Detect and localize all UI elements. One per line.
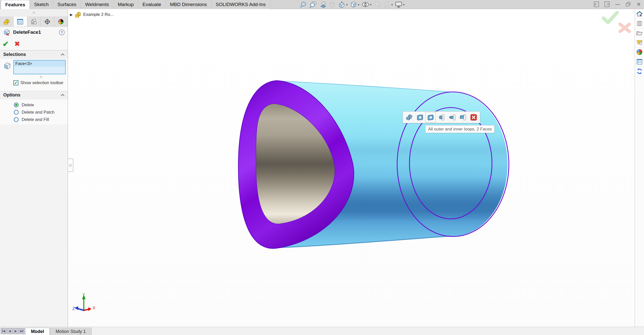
close-selection-toolbar-button[interactable]	[469, 112, 479, 122]
selections-section-header[interactable]: Selections	[0, 50, 68, 59]
custom-properties-button[interactable]	[635, 57, 644, 66]
part-document-icon	[75, 12, 81, 18]
show-selection-toolbar-label: Show selection toolbar	[20, 80, 63, 85]
delete-radio[interactable]	[14, 103, 19, 107]
tab-features[interactable]: Features	[1, 0, 30, 9]
select-block-boss-faces-button[interactable]	[458, 112, 468, 122]
solidworks-sync-button[interactable]	[635, 66, 644, 76]
tab-weldments[interactable]: Weldments	[81, 0, 113, 9]
part-document-name[interactable]: Example 2 Ro...	[83, 12, 114, 17]
options-section-header[interactable]: Options	[0, 91, 68, 99]
heads-up-view-toolbar: ▾ ▾ ▾ ▾ ▾	[299, 1, 405, 9]
panel-splitter-handle[interactable]	[68, 159, 73, 172]
delete-and-fill-radio[interactable]	[14, 117, 19, 122]
panel-empty-area	[0, 124, 68, 327]
tab-markup[interactable]: Markup	[113, 0, 138, 9]
tab-surfaces[interactable]: Surfaces	[53, 0, 81, 9]
design-library-icon	[636, 20, 643, 27]
task-pane-strip	[635, 9, 644, 327]
last-tab-button[interactable]: ▶	[19, 328, 25, 334]
selection-item-face3[interactable]: Face<3>	[14, 60, 65, 67]
selection-listbox[interactable]: Face<3>	[13, 60, 66, 74]
motion-study-1-tab[interactable]: Motion Study 1	[50, 328, 92, 335]
show-selection-toolbar-checkbox[interactable]: ✔	[13, 80, 18, 85]
edit-appearance-icon[interactable]	[373, 1, 382, 9]
ok-button[interactable]: ✔	[3, 40, 9, 48]
first-tab-button[interactable]: ◀	[1, 328, 7, 334]
displaymanager-tab[interactable]	[54, 17, 68, 26]
appearances-scenes-button[interactable]	[635, 47, 644, 57]
propertymanager-tab[interactable]	[14, 17, 27, 26]
tab-mbd-dimensions[interactable]: MBD Dimensions	[166, 0, 211, 9]
options-header-label: Options	[3, 92, 62, 98]
delete-and-fill-radio-label: Delete and Fill	[22, 117, 49, 122]
restore-button[interactable]	[625, 1, 631, 8]
tab-evaluate[interactable]: Evaluate	[138, 0, 166, 9]
select-stepped-boss-faces-button[interactable]	[447, 112, 457, 122]
triad-x-label: X	[93, 306, 95, 310]
cancel-button[interactable]: ✖	[14, 40, 20, 48]
dimxpertmanager-tab[interactable]	[41, 17, 54, 26]
collapse-left-pane-button[interactable]	[593, 1, 600, 8]
select-boss-faces-button[interactable]	[436, 112, 446, 122]
property-manager-panel: DeleteFace1 ? ✔ ✖ Selections Face<3> ✔ S…	[0, 9, 68, 327]
graphics-viewport[interactable]: Y Z X ▶ Example 2 Ro...	[68, 9, 635, 327]
view-settings-caret[interactable]: ▾	[403, 3, 405, 7]
folder-icon	[636, 30, 643, 36]
display-style-icon[interactable]: ▾	[350, 1, 360, 9]
previous-view-icon[interactable]	[319, 1, 327, 9]
select-feature-button[interactable]	[404, 112, 414, 122]
previous-tab-button[interactable]: ◀	[7, 328, 13, 334]
tab-solidworks-addins[interactable]: SOLIDWORKS Add-Ins	[211, 0, 270, 9]
zoom-to-fit-icon[interactable]	[299, 1, 308, 9]
triad-y-label: Y	[82, 293, 85, 297]
display-sphere-icon	[58, 19, 64, 25]
zoom-to-area-icon[interactable]	[309, 1, 317, 9]
apply-scene-caret[interactable]: ▾	[391, 3, 393, 7]
apply-scene-icon[interactable]: ▾	[383, 1, 393, 9]
model-tab[interactable]: Model	[25, 328, 50, 335]
display-style-caret[interactable]: ▾	[358, 3, 360, 7]
section-view-icon[interactable]	[328, 1, 336, 9]
help-button[interactable]: ?	[59, 29, 65, 35]
listbox-resize-handle[interactable]	[40, 76, 42, 78]
solidworks-resources-home-button[interactable]	[635, 9, 644, 19]
expand-tree-arrow[interactable]: ▶	[70, 13, 73, 17]
collapse-right-pane-button[interactable]	[604, 1, 610, 8]
selections-section-body: Face<3> ✔ Show selection toolbar	[0, 59, 68, 91]
appearances-sphere-icon	[636, 49, 643, 55]
radio-row-delete: Delete	[0, 101, 68, 109]
design-library-button[interactable]	[635, 19, 644, 28]
close-button[interactable]: ×	[635, 1, 642, 8]
hide-show-caret[interactable]: ▾	[370, 3, 372, 7]
configurationmanager-tab[interactable]	[27, 17, 41, 26]
file-explorer-button[interactable]	[635, 28, 644, 38]
delete-and-patch-radio[interactable]	[14, 110, 19, 115]
model-3d-view[interactable]: Y Z X	[68, 9, 635, 327]
minimize-button[interactable]: —	[614, 1, 621, 8]
selections-header-label: Selections	[3, 52, 62, 57]
tab-sketch[interactable]: Sketch	[30, 0, 53, 9]
next-tab-button[interactable]: ▶	[13, 328, 19, 334]
feature-title-row: DeleteFace1 ?	[0, 27, 68, 38]
selection-context-toolbar	[403, 111, 480, 123]
view-settings-icon[interactable]: ▾	[395, 1, 405, 9]
view-orientation-caret[interactable]: ▾	[346, 3, 348, 7]
featuremanager-tree-tab[interactable]	[0, 17, 14, 26]
hide-show-items-icon[interactable]: ▾	[361, 1, 372, 9]
panel-grip[interactable]	[0, 9, 68, 17]
solidworks-window: Features Sketch Surfaces Weldments Marku…	[0, 0, 644, 335]
select-all-loops-button[interactable]	[426, 112, 436, 122]
select-outer-loop-button[interactable]	[415, 112, 425, 122]
delete-radio-label: Delete	[22, 103, 34, 108]
delete-face-icon	[3, 28, 11, 36]
command-manager-bar: Features Sketch Surfaces Weldments Marku…	[0, 0, 644, 9]
reference-triad: Y Z X	[72, 293, 95, 311]
view-palette-button[interactable]	[635, 38, 644, 47]
window-controls: — ×	[593, 1, 642, 8]
confirmation-corner[interactable]	[603, 13, 629, 31]
tab-navigation-buttons: ◀ ◀ ▶ ▶	[0, 328, 25, 335]
custom-properties-icon	[636, 58, 643, 65]
view-orientation-icon[interactable]: ▾	[338, 1, 348, 9]
splitter-dot-icon	[69, 164, 72, 167]
